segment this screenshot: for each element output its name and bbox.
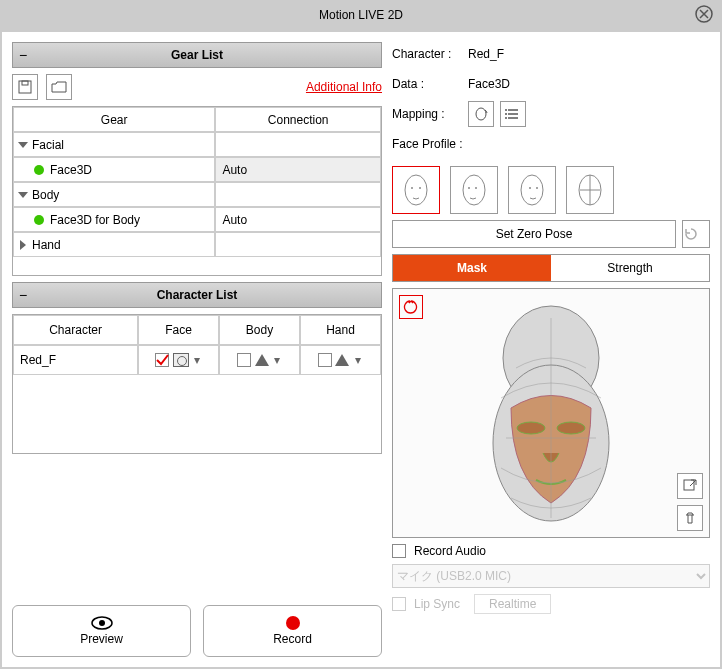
character-row[interactable]: Red_F ▾ ▾ ▾	[13, 345, 381, 375]
face-profile-3[interactable]	[508, 166, 556, 214]
viewer-mode-icon[interactable]	[399, 295, 423, 319]
gear-group-hand[interactable]: Hand	[13, 232, 381, 257]
character-table: Character Face Body Hand Red_F ▾ ▾ ▾	[12, 314, 382, 454]
svg-point-4	[99, 620, 105, 626]
chevron-down-icon	[18, 192, 28, 198]
face-profile-2[interactable]	[450, 166, 498, 214]
face-profile-row	[392, 166, 710, 214]
checkbox-icon[interactable]	[155, 353, 169, 367]
save-icon[interactable]	[12, 74, 38, 100]
collapse-icon[interactable]: −	[19, 287, 27, 303]
right-panel: Character :Red_F Data :Face3D Mapping : …	[392, 42, 710, 657]
record-button[interactable]: Record	[203, 605, 382, 657]
character-value: Red_F	[468, 47, 504, 61]
export-icon[interactable]	[677, 473, 703, 499]
dropdown-icon[interactable]: ▾	[353, 353, 363, 367]
hand-cell[interactable]: ▾	[300, 345, 381, 375]
status-dot-icon	[34, 165, 44, 175]
svg-point-22	[557, 422, 585, 434]
svg-point-16	[529, 187, 531, 189]
svg-point-15	[521, 175, 543, 205]
warning-icon	[335, 354, 349, 366]
checkbox-icon[interactable]	[318, 353, 332, 367]
gear-group-facial[interactable]: Facial	[13, 132, 381, 157]
svg-point-6	[505, 109, 507, 111]
checkbox-icon[interactable]	[237, 353, 251, 367]
svg-point-13	[468, 187, 470, 189]
svg-point-11	[419, 187, 421, 189]
open-folder-icon[interactable]	[46, 74, 72, 100]
gear-toolbar: Additional Info	[12, 74, 382, 100]
lipsync-checkbox	[392, 597, 406, 611]
svg-point-5	[476, 108, 486, 120]
body-cell[interactable]: ▾	[219, 345, 300, 375]
svg-point-17	[536, 187, 538, 189]
status-dot-icon	[34, 215, 44, 225]
col-gear: Gear	[13, 107, 215, 132]
tab-strength[interactable]: Strength	[551, 255, 709, 281]
collapse-icon[interactable]: −	[19, 47, 27, 63]
gear-list-header[interactable]: − Gear List	[12, 42, 382, 68]
svg-rect-23	[684, 480, 694, 490]
dropdown-icon[interactable]: ▾	[192, 353, 202, 367]
character-list-header[interactable]: − Character List	[12, 282, 382, 308]
face-cell[interactable]: ▾	[138, 345, 219, 375]
action-buttons: Preview Record	[12, 605, 382, 657]
window-body: − Gear List Additional Info Gear Connect…	[2, 32, 720, 667]
close-icon[interactable]	[694, 4, 714, 24]
eye-icon	[91, 616, 113, 630]
warning-icon	[255, 354, 269, 366]
left-panel: − Gear List Additional Info Gear Connect…	[12, 42, 382, 657]
svg-point-12	[463, 175, 485, 205]
dropdown-icon[interactable]: ▾	[272, 353, 282, 367]
gear-group-body[interactable]: Body	[13, 182, 381, 207]
lipsync-row: Lip Sync Realtime	[392, 594, 710, 614]
col-connection: Connection	[215, 107, 381, 132]
record-audio-checkbox[interactable]	[392, 544, 406, 558]
chevron-right-icon	[20, 240, 26, 250]
titlebar: Motion LIVE 2D	[0, 0, 722, 30]
gear-table: Gear Connection Facial Face3D Auto Body …	[12, 106, 382, 276]
mic-select: マイク (USB2.0 MIC)	[392, 564, 710, 588]
svg-rect-2	[22, 81, 28, 85]
gear-item-face3d-body[interactable]: Face3D for Body Auto	[13, 207, 381, 232]
chevron-down-icon	[18, 142, 28, 148]
face-profile-4[interactable]	[566, 166, 614, 214]
record-icon	[286, 616, 300, 630]
set-zero-pose-button[interactable]: Set Zero Pose	[392, 220, 676, 248]
svg-point-10	[411, 187, 413, 189]
trash-icon[interactable]	[677, 505, 703, 531]
svg-point-14	[475, 187, 477, 189]
window-title: Motion LIVE 2D	[319, 8, 403, 22]
svg-point-8	[505, 117, 507, 119]
mapping-head-icon[interactable]	[468, 101, 494, 127]
gear-item-face3d[interactable]: Face3D Auto	[13, 157, 381, 182]
reset-pose-icon[interactable]	[682, 220, 710, 248]
zero-pose-row: Set Zero Pose	[392, 220, 710, 248]
svg-point-9	[405, 175, 427, 205]
additional-info-link[interactable]: Additional Info	[306, 80, 382, 94]
svg-rect-1	[19, 81, 31, 93]
mask-strength-tabs: Mask Strength	[392, 254, 710, 282]
preview-button[interactable]: Preview	[12, 605, 191, 657]
mapping-list-icon[interactable]	[500, 101, 526, 127]
svg-point-21	[517, 422, 545, 434]
record-audio-row[interactable]: Record Audio	[392, 544, 710, 558]
camera-icon[interactable]	[173, 353, 189, 367]
tab-mask[interactable]: Mask	[393, 255, 551, 281]
face-mesh-icon	[461, 298, 641, 528]
face-viewer[interactable]	[392, 288, 710, 538]
face-profile-1[interactable]	[392, 166, 440, 214]
data-value: Face3D	[468, 77, 510, 91]
svg-point-7	[505, 113, 507, 115]
